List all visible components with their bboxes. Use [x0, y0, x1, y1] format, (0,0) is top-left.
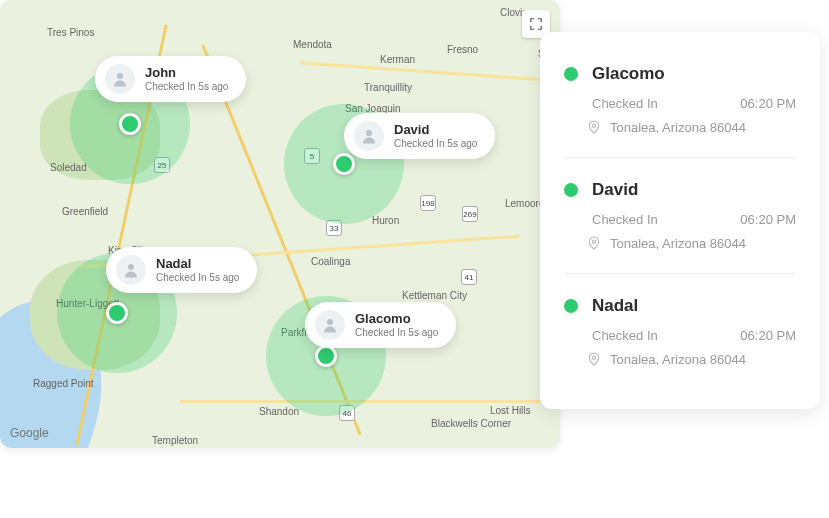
svg-point-3	[327, 319, 333, 325]
marker-status: Checked In 5s ago	[394, 138, 477, 150]
checkin-entry[interactable]: NadalChecked In06:20 PMTonalea, Arizona …	[564, 273, 796, 389]
svg-point-2	[128, 264, 134, 270]
status-label: Checked In	[592, 96, 740, 111]
city-label: Lost Hills	[490, 405, 531, 416]
status-label: Checked In	[592, 212, 740, 227]
marker-bubble[interactable]: NadalChecked In 5s ago	[106, 247, 257, 293]
checkin-entry[interactable]: DavidChecked In06:20 PMTonalea, Arizona …	[564, 157, 796, 273]
marker-name: John	[145, 66, 228, 81]
city-label: Lemoore	[505, 198, 544, 209]
city-label: Ragged Point	[33, 378, 94, 389]
city-label: Soledad	[50, 162, 87, 173]
city-label: Templeton	[152, 435, 198, 446]
google-logo: Google	[10, 426, 49, 440]
avatar	[116, 255, 146, 285]
status-label: Checked In	[592, 328, 740, 343]
checkin-time: 06:20 PM	[740, 328, 796, 343]
marker-name: Nadal	[156, 257, 239, 272]
marker-status: Checked In 5s ago	[355, 327, 438, 339]
person-icon	[122, 261, 140, 279]
avatar	[105, 64, 135, 94]
marker-dot[interactable]	[315, 345, 337, 367]
marker-dot[interactable]	[106, 302, 128, 324]
city-label: Coalinga	[311, 256, 350, 267]
person-icon	[321, 316, 339, 334]
marker-bubble[interactable]: GlacomoChecked In 5s ago	[305, 302, 456, 348]
marker-status: Checked In 5s ago	[156, 272, 239, 284]
marker-bubble[interactable]: JohnChecked In 5s ago	[95, 56, 246, 102]
entry-location: Tonalea, Arizona 86044	[610, 120, 746, 135]
city-label: Greenfield	[62, 206, 108, 217]
entry-name: David	[592, 180, 638, 200]
entry-location: Tonalea, Arizona 86044	[610, 352, 746, 367]
entry-name: Glacomo	[592, 64, 665, 84]
city-label: Huron	[372, 215, 399, 226]
location-pin-icon	[586, 235, 602, 251]
checkin-panel: GlacomoChecked In06:20 PMTonalea, Arizon…	[540, 32, 820, 409]
city-label: Fresno	[447, 44, 478, 55]
checkin-time: 06:20 PM	[740, 96, 796, 111]
status-dot	[564, 183, 578, 197]
map-card: Tres PinosMendotaKermanFresnoClovisSange…	[0, 0, 560, 448]
svg-point-0	[117, 73, 123, 79]
city-label: Shandon	[259, 406, 299, 417]
route-shield: 269	[462, 206, 478, 222]
route-shield: 41	[461, 269, 477, 285]
avatar	[354, 121, 384, 151]
person-icon	[111, 70, 129, 88]
city-label: Kettleman City	[402, 290, 467, 301]
checkin-time: 06:20 PM	[740, 212, 796, 227]
svg-point-6	[592, 356, 595, 359]
status-dot	[564, 299, 578, 313]
entry-location: Tonalea, Arizona 86044	[610, 236, 746, 251]
city-label: Blackwells Corner	[431, 418, 511, 429]
status-dot	[564, 67, 578, 81]
city-label: Tranquillity	[364, 82, 412, 93]
location-pin-icon	[586, 351, 602, 367]
marker-status: Checked In 5s ago	[145, 81, 228, 93]
svg-point-5	[592, 240, 595, 243]
svg-point-1	[366, 130, 372, 136]
checkin-entry[interactable]: GlacomoChecked In06:20 PMTonalea, Arizon…	[564, 60, 796, 157]
city-label: Tres Pinos	[47, 27, 94, 38]
marker-dot[interactable]	[333, 153, 355, 175]
person-icon	[360, 127, 378, 145]
location-pin-icon	[586, 119, 602, 135]
marker-bubble[interactable]: DavidChecked In 5s ago	[344, 113, 495, 159]
city-label: Mendota	[293, 39, 332, 50]
marker-dot[interactable]	[119, 113, 141, 135]
avatar	[315, 310, 345, 340]
marker-name: Glacomo	[355, 312, 438, 327]
city-label: Kerman	[380, 54, 415, 65]
svg-point-4	[592, 124, 595, 127]
fullscreen-icon	[529, 17, 543, 31]
route-shield: 198	[420, 195, 436, 211]
marker-name: David	[394, 123, 477, 138]
entry-name: Nadal	[592, 296, 638, 316]
